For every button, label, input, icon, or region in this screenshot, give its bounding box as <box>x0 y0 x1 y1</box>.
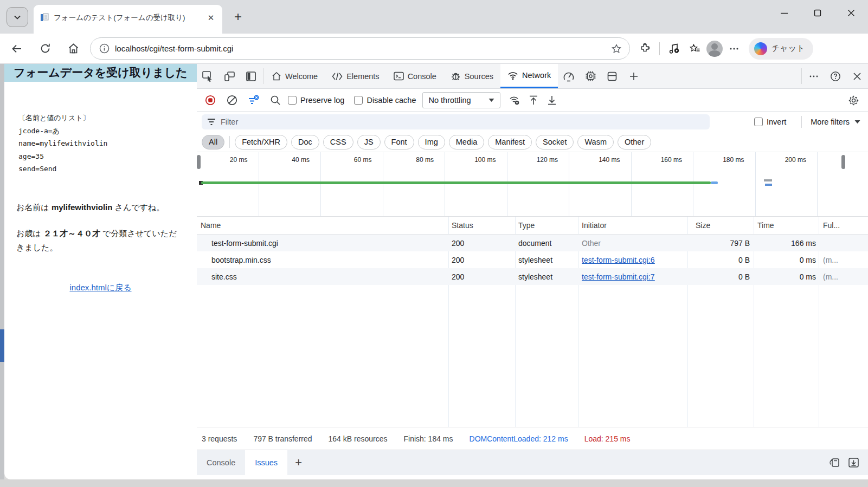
cell-fulfilled: (m... <box>819 251 868 268</box>
column-header-name[interactable]: Name <box>197 217 448 234</box>
devtools-more-icon[interactable] <box>803 64 825 88</box>
bug-icon <box>451 71 461 81</box>
device-emulation-icon[interactable] <box>218 64 240 88</box>
profile-avatar[interactable] <box>706 41 723 57</box>
cell-size: 797 B <box>687 235 754 251</box>
table-row[interactable]: bootstrap.min.css200stylesheettest-form-… <box>197 251 868 268</box>
back-button[interactable] <box>8 40 26 58</box>
site-info-icon[interactable] <box>99 43 110 54</box>
copilot-chat-button[interactable]: チャット <box>749 38 813 60</box>
timeline-request-bar-tip <box>711 181 718 184</box>
filter-chip-js[interactable]: JS <box>357 135 381 150</box>
cell-initiator[interactable]: test-form-submit.cgi:6 <box>578 251 687 268</box>
tab-elements[interactable]: Elements <box>325 64 386 88</box>
page-content: フォームデータを受け取りました 〔名前と値のリスト〕 jcode-a=あname… <box>4 64 197 479</box>
filter-chip-css[interactable]: CSS <box>323 135 353 150</box>
drawer-layout-icon[interactable] <box>828 457 840 468</box>
network-toolbar: Preserve log Disable cache No throttling <box>197 89 868 112</box>
tab-console[interactable]: Console <box>387 64 443 88</box>
invert-checkbox[interactable]: Invert <box>754 118 786 126</box>
filter-chip-img[interactable]: Img <box>418 135 445 150</box>
age-sentence: お歳は ２１才～４０才 で分類させていただきました。 <box>16 226 185 255</box>
application-icon[interactable] <box>601 64 623 88</box>
chip-divider <box>229 136 230 148</box>
new-tab-button[interactable]: + <box>230 9 246 25</box>
filter-chip-font[interactable]: Font <box>384 135 414 150</box>
more-filters-button[interactable]: More filters <box>811 118 860 126</box>
timeline-left-handle[interactable] <box>197 155 201 169</box>
home-button[interactable] <box>64 40 82 58</box>
console-icon <box>394 72 404 81</box>
timeline-tick: 140 ms <box>569 152 632 216</box>
filter-chip-manifest[interactable]: Manifest <box>488 135 532 150</box>
import-har-icon[interactable] <box>524 92 543 108</box>
filter-chip-fetch-xhr[interactable]: Fetch/XHR <box>235 135 287 150</box>
browser-tab[interactable]: フォームのテスト(フォームの受け取り) ✕ <box>34 5 222 34</box>
devtools-close-icon[interactable] <box>846 64 868 88</box>
filter-chip-all[interactable]: All <box>202 135 224 150</box>
drawer-tab-console[interactable]: Console <box>197 450 245 475</box>
column-header-ful[interactable]: Ful... <box>819 217 868 234</box>
tab-sources[interactable]: Sources <box>443 64 500 88</box>
back-to-index-link[interactable]: index.htmlに戻る <box>69 283 131 292</box>
cell-initiator[interactable]: test-form-submit.cgi:7 <box>578 268 687 285</box>
invert-checkbox-box[interactable] <box>754 118 763 126</box>
minimize-button[interactable] <box>767 0 801 26</box>
filter-input[interactable]: Filter <box>202 114 710 129</box>
more-options-icon[interactable] <box>725 40 743 58</box>
filter-chip-wasm[interactable]: Wasm <box>577 135 614 150</box>
column-header-type[interactable]: Type <box>515 217 578 234</box>
url-bar[interactable]: localhost/cgi/test-form-submit.cgi <box>90 37 630 60</box>
table-row[interactable]: site.css200stylesheettest-form-submit.cg… <box>197 268 868 285</box>
performance-icon[interactable] <box>558 64 580 88</box>
maximize-button[interactable] <box>801 0 834 26</box>
browser-window: フォームのテスト(フォームの受け取り) ✕ + localhost/cgi/te… <box>0 0 868 487</box>
column-header-size[interactable]: Size <box>687 217 754 234</box>
cell-type: document <box>515 235 578 251</box>
filter-chip-other[interactable]: Other <box>618 135 651 150</box>
tab-welcome[interactable]: Welcome <box>265 64 325 88</box>
hide-filter-bar-icon[interactable] <box>245 92 263 108</box>
devtools-help-icon[interactable] <box>825 64 846 88</box>
filter-chip-doc[interactable]: Doc <box>291 135 319 150</box>
drawer-tab-issues[interactable]: Issues <box>245 450 287 475</box>
tab-close-icon[interactable]: ✕ <box>205 12 217 24</box>
more-tabs-icon[interactable] <box>623 64 645 88</box>
dock-side-icon[interactable] <box>240 64 262 88</box>
cell-initiator: Other <box>578 235 687 251</box>
clear-network-log-icon[interactable] <box>223 92 241 108</box>
drawer-expand-icon[interactable] <box>848 457 859 468</box>
refresh-button[interactable] <box>36 40 54 58</box>
memory-chip-icon[interactable] <box>580 64 601 88</box>
extensions-icon[interactable] <box>635 40 654 58</box>
media-control-icon[interactable] <box>665 40 684 58</box>
timeline-tick: 100 ms <box>445 152 507 216</box>
filter-chip-media[interactable]: Media <box>449 135 485 150</box>
column-header-status[interactable]: Status <box>448 217 515 234</box>
search-network-icon[interactable] <box>266 92 285 108</box>
tab-search-chevron-button[interactable] <box>7 7 28 27</box>
export-har-icon[interactable] <box>543 92 561 108</box>
network-overview-timeline[interactable]: 20 ms40 ms60 ms80 ms100 ms120 ms140 ms16… <box>197 152 868 217</box>
column-header-time[interactable]: Time <box>754 217 819 234</box>
favorite-star-icon[interactable] <box>611 43 622 54</box>
record-network-log-icon[interactable] <box>201 92 220 108</box>
cell-fulfilled: (m... <box>819 268 868 285</box>
network-settings-gear-icon[interactable] <box>844 92 863 108</box>
preserve-log-checkbox-box[interactable] <box>288 96 297 105</box>
url-text[interactable]: localhost/cgi/test-form-submit.cgi <box>115 44 606 53</box>
tab-network[interactable]: Network <box>500 64 558 88</box>
throttling-select[interactable]: No throttling <box>422 92 500 108</box>
table-row[interactable]: test-form-submit.cgi200documentOther797 … <box>197 235 868 251</box>
timeline-right-handle[interactable] <box>841 155 845 169</box>
disable-cache-checkbox-box[interactable] <box>354 96 363 105</box>
filter-chip-socket[interactable]: Socket <box>536 135 574 150</box>
favorites-list-icon[interactable] <box>686 40 704 58</box>
drawer-add-tab-button[interactable]: + <box>287 450 310 475</box>
close-window-button[interactable] <box>834 0 868 26</box>
disable-cache-checkbox[interactable]: Disable cache <box>354 96 416 105</box>
column-header-initiator[interactable]: Initiator <box>578 217 687 234</box>
inspect-element-icon[interactable] <box>197 64 218 88</box>
network-conditions-icon[interactable] <box>506 92 524 108</box>
preserve-log-checkbox[interactable]: Preserve log <box>288 96 344 105</box>
